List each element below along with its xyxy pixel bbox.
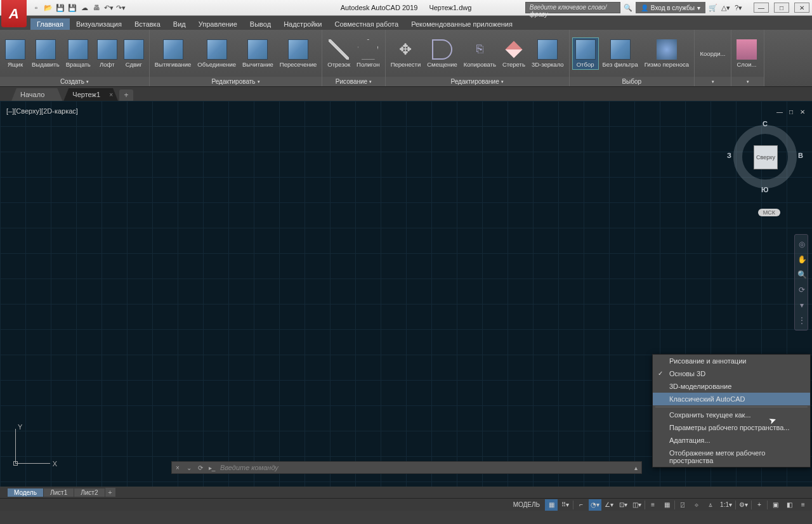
tab-view[interactable]: Вид (167, 18, 192, 30)
ctx-classic[interactable]: Классический AutoCAD (653, 393, 810, 405)
cmd-recent-icon[interactable]: ⟳ (195, 462, 206, 473)
viewport-close-icon[interactable]: ✕ (798, 107, 807, 116)
file-tab-current[interactable]: Чертеж1× (63, 88, 118, 101)
intersect-button[interactable]: Пересечение (277, 38, 319, 69)
tab-main[interactable]: Главная (30, 18, 70, 30)
drawing-area[interactable]: [–][Сверху][2D-каркас] — □ ✕ Сверху С Ю … (0, 101, 812, 487)
status-annoscale-icon[interactable]: ⍁ (676, 499, 689, 511)
wcs-badge[interactable]: МСК (758, 209, 780, 216)
close-button[interactable]: ✕ (794, 3, 809, 13)
file-tab-start[interactable]: Начало (11, 88, 62, 101)
cmd-close-icon[interactable]: × (172, 462, 183, 473)
nav-expand-icon[interactable]: ▾ (795, 298, 809, 313)
new-tab-button[interactable]: + (119, 89, 133, 101)
qat-plot-icon[interactable]: 🖶 (91, 2, 102, 13)
subtract-button[interactable]: Вычитание (240, 38, 276, 69)
help-icon[interactable]: ?▾ (733, 3, 743, 13)
panel-label-edit[interactable]: Редактировать (150, 77, 322, 86)
union-button[interactable]: Объединение (195, 38, 239, 69)
cmd-history-icon[interactable]: ⌄ (183, 462, 195, 473)
revolve-button[interactable]: Вращать (63, 38, 93, 69)
extrude-button[interactable]: Выдавить (29, 38, 62, 69)
qat-save-icon[interactable]: 💾 (55, 2, 66, 13)
qat-open-icon[interactable]: 📂 (43, 2, 54, 13)
nofilter-button[interactable]: Без фильтра (600, 38, 641, 69)
status-cleanscreen-icon[interactable]: ≡ (797, 499, 809, 511)
status-polar-icon[interactable]: ◔▾ (589, 499, 601, 511)
tab-visual[interactable]: Визуализация (70, 18, 128, 30)
tab-output[interactable]: Вывод (244, 18, 277, 30)
line-button[interactable]: Отрезок (325, 38, 353, 69)
login-button[interactable]: 👤 Вход в службы ▾ (636, 2, 705, 13)
ctx-drafting[interactable]: Рисование и аннотации (653, 355, 810, 367)
tab-manage[interactable]: Управление (192, 18, 244, 30)
status-isolate-icon[interactable]: ▣ (769, 499, 782, 511)
status-3dosnap-icon[interactable]: ◫▾ (631, 499, 643, 511)
search-icon[interactable]: 🔍 (623, 3, 633, 13)
panel-label-create[interactable]: Создать (0, 77, 149, 86)
layout-add-button[interactable]: + (105, 488, 115, 497)
search-input[interactable]: Введите ключевое слово/фразу (525, 2, 620, 13)
maximize-button[interactable]: □ (774, 3, 789, 13)
layers-button[interactable]: Слои... (734, 38, 759, 69)
viewport-minimize-icon[interactable]: — (775, 107, 784, 116)
gizmo-button[interactable]: Гизмо переноса (642, 38, 691, 69)
app-menu-button[interactable]: A (1, 0, 27, 27)
ctx-saveas[interactable]: Сохранить текущее как... (653, 409, 810, 421)
view-label[interactable]: [–][Сверху][2D-каркас] (6, 107, 78, 115)
status-snap-icon[interactable]: ⠿▾ (559, 499, 572, 511)
status-osnap-icon[interactable]: ⊡▾ (617, 499, 629, 511)
status-workspace-icon[interactable]: ⚙▾ (737, 499, 750, 511)
minimize-button[interactable]: — (754, 3, 769, 13)
panel-label-draw[interactable]: Рисование (322, 77, 384, 86)
status-annomon-icon[interactable]: + (753, 499, 766, 511)
qat-undo-icon[interactable]: ↶▾ (103, 2, 114, 13)
status-model[interactable]: МОДЕЛЬ (509, 501, 544, 508)
tab-insert[interactable]: Вставка (128, 18, 167, 30)
status-annovis-icon[interactable]: ⟐ (690, 499, 703, 511)
exchange-icon[interactable]: 🛒 (708, 3, 718, 13)
tab-featured[interactable]: Рекомендованные приложения (405, 18, 519, 30)
layout-model[interactable]: Модель (8, 488, 43, 497)
ctx-customize[interactable]: Адаптация... (653, 434, 810, 447)
culling-button[interactable]: Отбор (572, 37, 599, 70)
ctx-3dmodeling[interactable]: 3D-моделирование (653, 380, 810, 393)
status-lineweight-icon[interactable]: ≡ (646, 499, 659, 511)
qat-saveas-icon[interactable]: 💾 (67, 2, 78, 13)
box-button[interactable]: Ящик (3, 38, 28, 69)
nav-more-icon[interactable]: ⋮ (795, 313, 809, 328)
nav-wheel-icon[interactable]: ◎ (795, 237, 809, 252)
status-annoauto-icon[interactable]: ⍋ (704, 499, 717, 511)
qat-redo-icon[interactable]: ↷▾ (115, 2, 126, 13)
presspull-button[interactable]: Вытягивание (152, 38, 194, 69)
viewport-maximize-icon[interactable]: □ (787, 107, 796, 116)
tab-addins[interactable]: Надстройки (277, 18, 328, 30)
command-line[interactable]: × ⌄ ⟳ ▸_ Введите команду ▴ (171, 461, 642, 474)
status-hardware-icon[interactable]: ◧ (783, 499, 796, 511)
nav-orbit-icon[interactable]: ⟳ (795, 282, 809, 298)
panel-label-layers[interactable] (731, 77, 764, 86)
erase-button[interactable]: Стереть (500, 38, 528, 69)
nav-pan-icon[interactable]: ✋ (795, 252, 809, 267)
layout-sheet2[interactable]: Лист2 (74, 488, 104, 497)
loft-button[interactable]: Лофт (95, 38, 120, 69)
qat-web-icon[interactable]: ☁ (79, 2, 90, 13)
tab-collab[interactable]: Совместная работа (328, 18, 405, 30)
sweep-button[interactable]: Сдвиг (121, 38, 147, 69)
status-track-icon[interactable]: ∠▾ (603, 499, 615, 511)
polygon-button[interactable]: Полигон (354, 38, 383, 69)
ctx-showlabels[interactable]: Отображение меток рабочего пространства (653, 447, 810, 467)
panel-label-coord[interactable] (695, 77, 731, 86)
offset-button[interactable]: Смещение (424, 38, 460, 69)
ctx-settings[interactable]: Параметры рабочего пространства... (653, 421, 810, 434)
status-transparency-icon[interactable]: ▦ (660, 499, 673, 511)
panel-label-modify[interactable]: Редактирование (386, 77, 569, 86)
layout-sheet1[interactable]: Лист1 (44, 488, 74, 497)
status-scale[interactable]: 1:1▾ (718, 499, 734, 511)
ctx-3dbasics[interactable]: Основы 3D (653, 367, 810, 380)
move-button[interactable]: ✥Перенести (388, 38, 424, 69)
close-tab-icon[interactable]: × (109, 91, 113, 98)
status-ortho-icon[interactable]: ⌐ (575, 499, 587, 511)
mirror3d-button[interactable]: 3D-зеркало (529, 38, 566, 69)
qat-new-icon[interactable]: ▫ (30, 2, 42, 13)
